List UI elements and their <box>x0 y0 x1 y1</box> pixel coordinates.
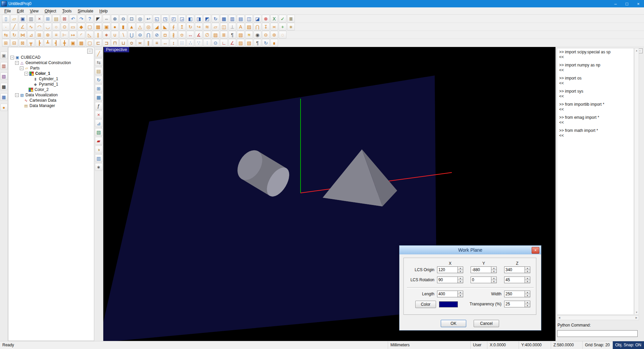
boolean-intersect[interactable]: ⋂ <box>145 31 152 39</box>
stitch[interactable]: ≎ <box>178 31 186 39</box>
sphere[interactable]: ● <box>111 23 119 31</box>
array-rectangular[interactable]: ⊞ <box>36 31 43 39</box>
tree-node-cubecad[interactable]: CUBECAD <box>10 55 93 60</box>
spin-up-icon[interactable] <box>458 291 463 294</box>
spline[interactable]: ∿ <box>27 23 35 31</box>
endpoint-snap[interactable]: ∵ <box>195 39 203 47</box>
menu-tools[interactable]: Tools <box>59 8 75 14</box>
module-data[interactable]: ▦ <box>0 93 8 101</box>
sweep[interactable]: ↪ <box>195 23 203 31</box>
dialog-close-button[interactable]: × <box>532 247 539 254</box>
offset-curve[interactable]: ≍ <box>270 23 278 31</box>
view-wireframe[interactable]: ◫ <box>245 15 253 22</box>
coordinate-system[interactable]: ⊥ <box>228 23 236 31</box>
polygon[interactable]: ◆ <box>77 23 85 31</box>
paint-tool[interactable]: ▰ <box>95 137 103 145</box>
align-left[interactable]: ⊏ <box>94 39 102 47</box>
cut[interactable]: × <box>36 15 43 22</box>
undo[interactable]: ↶ <box>69 15 77 22</box>
measure-tool[interactable]: ╱ <box>95 50 103 57</box>
shell[interactable]: ◘ <box>161 31 169 39</box>
python-console-output[interactable]: >> import scipy.special as sp << >> impo… <box>557 48 634 315</box>
distribute-vertical[interactable]: ≡ <box>153 39 161 47</box>
same-width[interactable]: ↔ <box>161 39 169 47</box>
text-shape[interactable]: A <box>237 23 245 31</box>
prism[interactable]: ◣ <box>161 23 169 31</box>
view-front[interactable]: ◧ <box>186 15 194 22</box>
status-object-snap[interactable]: Obj. Snap: ON <box>612 341 644 349</box>
open-folder[interactable]: ▱ <box>10 15 18 22</box>
export-excel[interactable]: X <box>270 15 278 22</box>
tree-expander-icon[interactable] <box>20 66 23 70</box>
polar-tracking[interactable]: ∠ <box>228 39 236 47</box>
zoom-fit[interactable]: ◎ <box>136 15 144 22</box>
explode[interactable]: ∗ <box>103 31 110 39</box>
spin-down-icon[interactable] <box>525 280 530 283</box>
project-curve[interactable]: ↧ <box>262 23 270 31</box>
outer-borders[interactable]: ▣ <box>69 39 77 47</box>
annotate[interactable]: ¶ <box>254 39 261 47</box>
view-right[interactable]: ◲ <box>178 15 186 22</box>
zoom-window[interactable]: ⊡ <box>128 15 136 22</box>
select-cursor[interactable]: ◤ <box>94 15 102 22</box>
isolate[interactable]: ◌ <box>279 31 286 39</box>
boolean-union[interactable]: ⋃ <box>128 31 136 39</box>
notes-tool[interactable]: ▥ <box>95 154 103 162</box>
table-tool[interactable]: ⊞ <box>95 85 103 92</box>
delete[interactable]: ⊠ <box>61 15 68 22</box>
model-tree[interactable]: ≣ <box>287 15 295 22</box>
view-left[interactable]: ◰ <box>170 15 177 22</box>
split[interactable]: ∦ <box>170 31 177 39</box>
scroll-up-icon[interactable] <box>635 48 639 53</box>
view-mode-label[interactable]: Perspective <box>104 47 129 52</box>
close-button[interactable]: × <box>633 0 644 7</box>
save[interactable]: ▣ <box>19 15 26 22</box>
lcs-origin-x-input[interactable] <box>437 266 458 273</box>
tree-node-parts[interactable]: Parts <box>10 65 93 71</box>
offset[interactable]: ∥ <box>94 31 102 39</box>
grid-tool[interactable]: ▦ <box>95 93 103 101</box>
view-orbit[interactable]: ↻ <box>212 15 219 22</box>
hide[interactable]: ⊝ <box>262 31 270 39</box>
scroll-right-icon[interactable] <box>634 316 639 320</box>
light[interactable]: ☀ <box>245 31 253 39</box>
menu-view[interactable]: View <box>27 8 42 14</box>
color-button[interactable]: Color <box>415 301 436 308</box>
tree-node-color-2[interactable]: Color_2 <box>10 87 93 92</box>
spin-down-icon[interactable] <box>491 280 496 283</box>
same-height[interactable]: ↕ <box>170 39 177 47</box>
menu-edit[interactable]: Edit <box>14 8 27 14</box>
align-top[interactable]: ⊓ <box>111 39 119 47</box>
ortho-mode[interactable]: ∟ <box>220 39 228 47</box>
clipboard-tool[interactable]: ▤ <box>95 67 103 75</box>
lcs-rotation-z-input[interactable] <box>504 277 525 283</box>
ungroup[interactable]: ∖ <box>119 31 127 39</box>
window-tile-vertical[interactable]: ▤ <box>237 15 245 22</box>
module-home[interactable]: ▣ <box>0 52 8 59</box>
tree-node-cylinder-1[interactable]: Cylinder_1 <box>10 76 93 82</box>
spin-down-icon[interactable] <box>525 270 530 273</box>
zoom-in[interactable]: ⊕ <box>111 15 119 22</box>
plane[interactable]: ▱ <box>212 23 219 31</box>
ellipse[interactable]: ⊙ <box>61 23 68 31</box>
spin-down-icon[interactable] <box>525 304 530 307</box>
view-shaded[interactable]: ◪ <box>254 15 261 22</box>
view-back[interactable]: ◨ <box>195 15 203 22</box>
align[interactable]: ≡ <box>52 31 60 39</box>
spin-up-icon[interactable] <box>491 267 496 270</box>
arc-3-point[interactable]: ◠ <box>36 23 43 31</box>
menu-object[interactable]: Object <box>42 8 59 14</box>
spin-up-icon[interactable] <box>525 291 530 294</box>
torus[interactable]: ◎ <box>145 23 152 31</box>
module-materials[interactable]: ▥ <box>0 62 8 69</box>
palette-tool[interactable]: ◑ <box>95 146 103 153</box>
cylinder[interactable]: ▮ <box>119 23 127 31</box>
paste[interactable]: ▤ <box>52 15 60 22</box>
line[interactable]: ╱ <box>10 23 18 31</box>
tree-panel-menu-button[interactable] <box>87 49 93 54</box>
delete-tool[interactable]: × <box>95 111 103 118</box>
ok-button[interactable]: OK <box>441 320 466 327</box>
resize-tool[interactable]: ⊿ <box>95 119 103 127</box>
zoom-out[interactable]: ⊖ <box>119 15 127 22</box>
tree-node-data-manager[interactable]: Data Manager <box>10 103 93 108</box>
